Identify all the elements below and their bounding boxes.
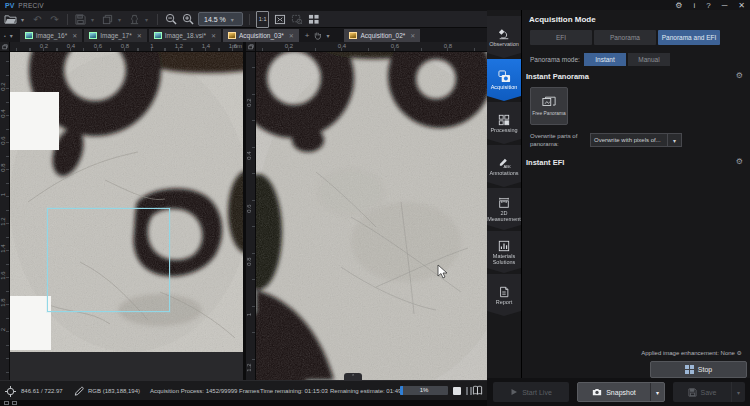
tab-label: Acquisition_03* [239, 32, 284, 39]
tab-close-icon[interactable]: ✕ [410, 32, 415, 39]
status-bar: 846.61 / 722.97 RGB (183,188,194) Acquis… [0, 380, 487, 400]
mode-panorama-button[interactable]: Panorama [594, 30, 656, 45]
mode-panorama-efi-button[interactable]: Panorama and EFI [658, 30, 720, 45]
zoom-level-select[interactable]: 14.5 % ▾ [198, 12, 243, 26]
settings-gear-icon[interactable]: ⚙ [675, 1, 682, 11]
tab-scroll-dot-icon[interactable]: • [4, 33, 6, 39]
zoom-region-button[interactable] [290, 13, 303, 26]
tab-image-17[interactable]: Image_17* ✕ [84, 29, 146, 42]
stamp-chevron-icon[interactable]: ▾ [145, 16, 151, 23]
snapshot-chevron-icon[interactable]: ▾ [650, 383, 664, 401]
tab-close-icon[interactable]: ✕ [289, 32, 294, 39]
image-tab-icon [154, 32, 162, 39]
ruler-tick-label: 1 [0, 188, 7, 202]
camera-icon [592, 388, 602, 396]
start-live-button[interactable]: Start Live [493, 382, 569, 402]
save-button[interactable] [74, 13, 87, 26]
pan-hand-icon[interactable] [313, 31, 322, 40]
ruler-tick-label: 1.4 [202, 43, 210, 49]
stamp-annotation-button[interactable] [128, 13, 141, 26]
tab-image-18[interactable]: Image_18.vsi* ✕ [149, 29, 221, 42]
tab-overflow-tools: • ▾ [0, 29, 20, 42]
tab-acquisition-03[interactable]: Acquisition_03* ✕ [223, 29, 299, 42]
function-sidebar: Observation Acquisition Processing ABC A… [487, 10, 521, 378]
sidebar-item-label: Materials Solutions [487, 253, 521, 265]
fit-to-window-button[interactable] [273, 13, 286, 26]
layout-page-icon[interactable] [4, 401, 9, 405]
camera-acquire-icon [498, 70, 511, 83]
close-icon[interactable]: ✕ [738, 1, 745, 11]
redo-button[interactable]: ↷ [48, 13, 61, 26]
applied-enhancement-text: Applied image enhancement: None ⚙ [641, 349, 742, 356]
instant-efi-settings-gear-icon[interactable]: ⚙ [736, 157, 743, 166]
tab-close-icon[interactable]: ✕ [211, 32, 216, 39]
micrograph-image-right[interactable] [256, 52, 487, 380]
viewer-pane-left[interactable]: 0.20.40.60.811.21.41.6mm 0.20.40.60.811.… [0, 42, 243, 380]
stop-button[interactable]: Stop [650, 361, 747, 378]
layout-pages-icon[interactable] [12, 401, 17, 405]
snapshot-button[interactable]: Snapshot ▾ [577, 382, 665, 402]
mode-efi-button[interactable]: EFI [530, 30, 592, 45]
sidebar-item-observation[interactable]: Observation [487, 16, 521, 58]
ruler-tick-label: 0.4 [67, 43, 75, 49]
tab-label: Image_17* [100, 32, 131, 39]
vertical-ruler: 0.20.40.60.811.21.41.61.82 [0, 52, 10, 380]
overwrite-label: Overwrite parts of panorama: [530, 132, 588, 148]
save-chevron-icon[interactable]: ▾ [91, 16, 97, 23]
sidebar-item-annotations[interactable]: ABC Annotations [487, 145, 521, 187]
free-panorama-tile-button[interactable]: Free Panorama [530, 87, 568, 125]
info-icon[interactable]: i [693, 1, 695, 11]
help-book-icon[interactable] [472, 385, 483, 396]
panorama-selection-rectangle[interactable] [47, 208, 170, 312]
panorama-mode-instant-button[interactable]: Instant [584, 53, 626, 66]
pixel-rgb-value: RGB (183,188,194) [88, 388, 140, 394]
new-tab-plus-icon[interactable]: + [305, 31, 310, 40]
open-file-chevron-icon[interactable]: ▾ [21, 16, 27, 23]
tab-label: Image_18.vsi* [165, 32, 206, 39]
pane-options-chevron-icon[interactable]: ▾ [326, 32, 332, 39]
viewer-pane-right[interactable]: 0.20.40.60.8 0.20.40.60.811.2 [246, 42, 487, 380]
actual-size-button[interactable]: 1:1 [256, 13, 270, 26]
help-icon[interactable]: ? [706, 1, 710, 11]
copy-chevron-icon[interactable]: ▾ [118, 16, 124, 23]
tab-label: Acquisition_02* [360, 32, 405, 39]
sidebar-item-report[interactable]: Report [487, 274, 521, 316]
tab-label: Image_16* [36, 32, 67, 39]
progress-percent: 1% [400, 387, 448, 393]
overwrite-dropdown[interactable]: Overwrite with pixels of... ▾ [590, 133, 682, 147]
tab-close-icon[interactable]: ✕ [72, 32, 77, 39]
zoom-in-icon[interactable] [181, 13, 194, 26]
tab-acquisition-02[interactable]: Acquisition_02* ✕ [344, 29, 420, 42]
tab-close-icon[interactable]: ✕ [137, 32, 142, 39]
sidebar-item-2d-measurement[interactable]: 2D Measurement [487, 188, 521, 230]
remaining-estimate-text: Remaining estimate: 01:49:57 [330, 388, 410, 394]
ruler-tick-label: 1.4 [0, 242, 7, 256]
enhancement-gear-icon[interactable]: ⚙ [737, 350, 742, 356]
stitch-grid-icon [685, 365, 694, 374]
tab-image-16[interactable]: Image_16* ✕ [20, 29, 82, 42]
stop-acquisition-icon[interactable] [453, 387, 461, 395]
save-image-button[interactable]: Save ▾ [673, 382, 745, 402]
sidebar-item-materials-solutions[interactable]: Materials Solutions [487, 231, 521, 273]
materials-chart-icon [498, 240, 510, 252]
zoom-out-icon[interactable] [164, 13, 177, 26]
save-chevron-icon[interactable]: ▾ [731, 382, 745, 402]
minimize-icon[interactable]: ─ [722, 1, 728, 11]
sidebar-item-label: Report [496, 299, 513, 305]
open-file-button[interactable] [4, 13, 17, 26]
instant-panorama-settings-gear-icon[interactable]: ⚙ [736, 71, 743, 80]
tab-list-chevron-icon[interactable]: ▾ [10, 32, 16, 39]
ruler-tick-label: 0.2 [0, 80, 7, 94]
ruler-tick-label: 0.6 [246, 202, 253, 216]
copy-button[interactable] [101, 13, 114, 26]
sidebar-item-label: 2D Measurement [487, 210, 521, 222]
sidebar-item-processing[interactable]: Processing [487, 102, 521, 144]
pane-tab-tools: + ▾ [301, 29, 337, 42]
panorama-mode-manual-button[interactable]: Manual [628, 53, 670, 66]
tile-layout-button[interactable] [307, 13, 320, 26]
toolbar-separator [157, 14, 158, 25]
undo-button[interactable]: ↶ [31, 13, 44, 26]
bottom-panel-expander[interactable]: ⌃ [344, 373, 362, 381]
sidebar-item-acquisition[interactable]: Acquisition [487, 59, 521, 101]
toolbar-separator [67, 14, 68, 25]
